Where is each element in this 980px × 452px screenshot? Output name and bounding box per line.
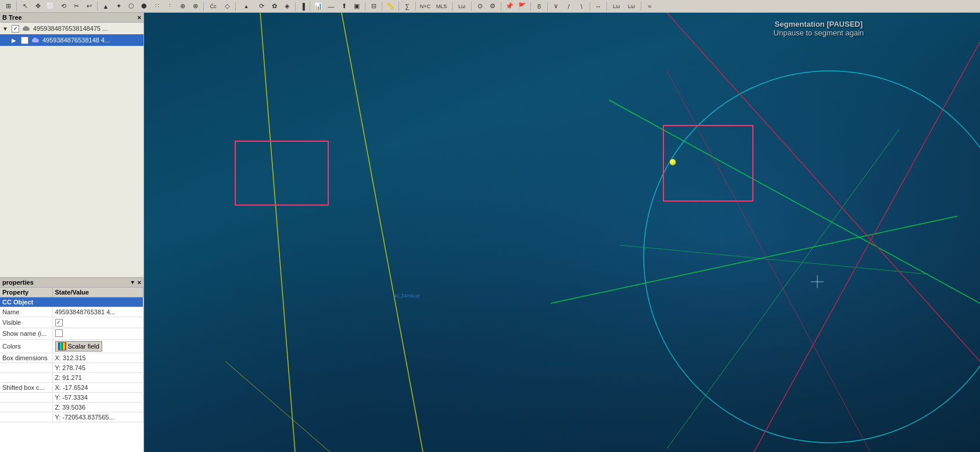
- btree-close-icon[interactable]: ×: [138, 14, 141, 21]
- toolbar-btn-flag[interactable]: 🚩: [516, 1, 528, 12]
- toolbar-btn-graph[interactable]: 📊: [313, 1, 324, 12]
- props-close-icon[interactable]: ×: [138, 279, 141, 286]
- visible-checkbox[interactable]: ✓: [55, 319, 63, 327]
- point-cloud-label: 4c,24ma,or: [394, 293, 420, 299]
- toolbar-btn-dots2[interactable]: ∶: [164, 1, 175, 12]
- prop-name-value: 49593848765381 4...: [52, 307, 143, 317]
- toolbar-btn-hex1[interactable]: ⬡: [125, 1, 137, 12]
- props-title: properties: [2, 279, 34, 286]
- toolbar-btn-arrow[interactable]: ↔: [593, 1, 604, 12]
- prop-shiftbox-label: Shifted box c...: [0, 382, 52, 392]
- toolbar-btn-flower[interactable]: ✿: [268, 1, 280, 12]
- tree-expand-1[interactable]: ▶: [12, 37, 19, 44]
- toolbar-btn-circle[interactable]: ⊙: [474, 1, 486, 12]
- props-row-boxdim-y: Y: 278.745: [0, 363, 143, 372]
- left-panel: B Tree × ▼ ✓ 4959384876538148475 ...: [0, 13, 144, 452]
- toolbar-btn-select[interactable]: ↖: [19, 1, 31, 12]
- toolbar-btn-wave[interactable]: ≈: [644, 1, 655, 12]
- toolbar-btn-cc[interactable]: Ĉc: [206, 1, 220, 12]
- toolbar-separator-4: [295, 2, 296, 11]
- toolbar-btn-pan[interactable]: ✥: [32, 1, 44, 12]
- toolbar-btn-rot[interactable]: ⟲: [58, 1, 69, 12]
- scalar-field-label: Scalar field: [68, 343, 99, 350]
- toolbar-btn-pin[interactable]: 📌: [504, 1, 515, 12]
- tree-row-1[interactable]: ▶ ✓ 4959384876538148 4...: [0, 34, 143, 46]
- prop-showname-value[interactable]: [52, 328, 143, 339]
- toolbar-btn-dots1[interactable]: ∷: [151, 1, 163, 12]
- toolbar-btn-zoom[interactable]: ⬜: [45, 1, 56, 12]
- toolbar-btn-plus[interactable]: ⊕: [177, 1, 188, 12]
- viewport[interactable]: Segmentation [PAUSED] Unpause to segment…: [144, 13, 980, 452]
- prop-boxdim-y: Y: 278.745: [52, 363, 143, 372]
- toolbar-btn-gear[interactable]: ⚙: [487, 1, 498, 12]
- toolbar-separator-14: [547, 2, 548, 11]
- prop-visible-value[interactable]: ✓: [52, 317, 143, 328]
- scalar-field-button[interactable]: Scalar field: [55, 341, 102, 351]
- tree-label-0: 4959384876538148475 ...: [33, 25, 107, 32]
- toolbar-btn-diamond[interactable]: ◇: [221, 1, 233, 12]
- tree-check-0[interactable]: ✓: [12, 25, 19, 33]
- toolbar-btn-sor[interactable]: ▲: [238, 1, 254, 12]
- btree-content[interactable]: ▼ ✓ 4959384876538148475 ... ▶ ✓: [0, 23, 143, 277]
- props-row-boxdim-z: Z: 91.271: [0, 372, 143, 382]
- toolbar-btn-sigma[interactable]: ∑: [401, 1, 413, 12]
- prop-boxdim-y-label: [0, 363, 52, 372]
- viewport-svg: 4c,24ma,or: [144, 13, 980, 452]
- props-row-boxdim-x: Box dimensions X: 312.315: [0, 353, 143, 363]
- toolbar-separator-3: [235, 2, 236, 11]
- toolbar-separator-11: [471, 2, 472, 11]
- toolbar-btn-tri[interactable]: ▲: [100, 1, 112, 12]
- toolbar-separator-8: [399, 2, 399, 11]
- toolbar-btn-hex2[interactable]: ⬢: [138, 1, 150, 12]
- props-table-container[interactable]: Property State/Value CC Object Name 4959…: [0, 288, 143, 452]
- toolbar-btn-8[interactable]: 8: [533, 1, 545, 12]
- tree-check-1[interactable]: ✓: [21, 37, 28, 44]
- toolbar-separator-10: [452, 2, 453, 11]
- toolbar-btn-max[interactable]: ⬆: [338, 1, 350, 12]
- props-scroll-icon[interactable]: ▼: [130, 279, 135, 285]
- toolbar-separator-15: [590, 2, 590, 11]
- toolbar-btn-mls[interactable]: MLS: [433, 1, 450, 12]
- toolbar-btn-refresh[interactable]: ⟳: [256, 1, 267, 12]
- prop-shiftbox-z-label: [0, 402, 52, 412]
- toolbar-btn-tab[interactable]: ▣: [351, 1, 362, 12]
- toolbar-btn-bslash[interactable]: \: [576, 1, 587, 12]
- props-col-value: State/Value: [52, 288, 143, 297]
- yellow-dot: [669, 159, 676, 166]
- toolbar-btn-lo[interactable]: Lω: [455, 1, 469, 12]
- toolbar-btn-bar[interactable]: ▐: [298, 1, 307, 12]
- toolbar-btn-lo3[interactable]: Lω: [624, 1, 638, 12]
- toolbar-btn-table2[interactable]: ⊟: [368, 1, 379, 12]
- toolbar-btn-check[interactable]: ∨: [550, 1, 562, 12]
- toolbar-btn-lo2[interactable]: Lω: [609, 1, 623, 12]
- toolbar-separator-13: [530, 2, 531, 11]
- prop-shiftbox-z: Z: 39.5036: [52, 402, 143, 412]
- svg-rect-1: [24, 26, 28, 29]
- showname-checkbox[interactable]: [55, 329, 63, 337]
- toolbar-btn-0[interactable]: ⊞: [2, 1, 14, 12]
- toolbar-separator-2: [203, 2, 204, 11]
- cloud-icon-0: [21, 24, 31, 33]
- toolbar-btn-ruler[interactable]: 📏: [385, 1, 396, 12]
- toolbar-btn-undo[interactable]: ↩: [83, 1, 95, 12]
- toolbar-btn-cross[interactable]: ⊗: [189, 1, 201, 12]
- toolbar-separator-9: [415, 2, 416, 11]
- toolbar-btn-nc[interactable]: N+C: [418, 1, 432, 12]
- tree-expand-0[interactable]: ▼: [2, 26, 9, 32]
- prop-boxdim-x: X: 312.315: [52, 353, 143, 363]
- prop-visible-label: Visible: [0, 317, 52, 328]
- props-col-property: Property: [0, 288, 52, 297]
- prop-colors-value[interactable]: Scalar field: [52, 339, 143, 353]
- toolbar-separator-17: [641, 2, 641, 11]
- toolbar-btn-cut[interactable]: ✂: [70, 1, 82, 12]
- toolbar-btn-dash[interactable]: —: [325, 1, 337, 12]
- toolbar-btn-target[interactable]: ◈: [281, 1, 293, 12]
- props-table: Property State/Value CC Object Name 4959…: [0, 288, 143, 422]
- toolbar-separator-12: [501, 2, 501, 11]
- props-row-shiftbox-z: Z: 39.5036: [0, 402, 143, 412]
- tree-row-0[interactable]: ▼ ✓ 4959384876538148475 ...: [0, 23, 143, 34]
- toolbar-btn-mesh[interactable]: ✦: [113, 1, 124, 12]
- prop-extra-value: Y: -720543.837565...: [52, 412, 143, 422]
- main-container: B Tree × ▼ ✓ 4959384876538148475 ...: [0, 13, 980, 452]
- toolbar-btn-slash[interactable]: /: [563, 1, 575, 12]
